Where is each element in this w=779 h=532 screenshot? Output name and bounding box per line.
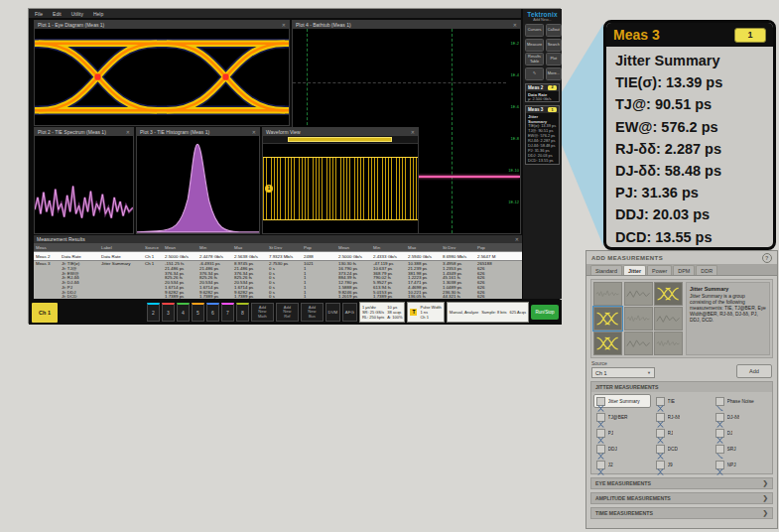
chip-tie[interactable]: TIE [653, 394, 711, 408]
close-icon[interactable]: ✕ [515, 237, 519, 242]
jitter-summary-icon [596, 397, 605, 406]
chip-npj[interactable]: NPJ [713, 458, 770, 471]
channel-8-button[interactable]: 8 [236, 303, 249, 322]
menu-edit[interactable]: Edit [53, 11, 62, 17]
table-row[interactable]: Jt: DCD1.7389 ps1.7389 ps1.7389 ps0 s11.… [34, 295, 522, 299]
channel-4-button[interactable]: 4 [177, 303, 190, 322]
help-icon[interactable]: ? [762, 253, 772, 263]
draw-button[interactable]: ✎ [525, 67, 544, 80]
spectrum-graphic [35, 136, 133, 233]
plot-title-bar[interactable]: Waveform View ✕ [263, 128, 418, 136]
add-new-ref-button[interactable]: Add New Ref [276, 303, 299, 322]
preview-tile-eye[interactable] [593, 307, 622, 331]
results-table: Measurement Results ✕ MeasLabelSourceMea… [34, 235, 522, 299]
close-icon[interactable]: ✕ [126, 130, 130, 135]
callout-line: DDJ: 20.03 ps [615, 203, 764, 225]
column-header: Meas [34, 245, 60, 250]
tab-jitter[interactable]: Jitter [623, 265, 646, 275]
acquisition-settings-box[interactable]: Manual, AnalyzeSample: 8 bits625 Acqs [447, 302, 529, 323]
cell-value: 0 s [267, 294, 302, 299]
add-new-math-button[interactable]: Add New Math [251, 303, 274, 322]
meas-2-badge[interactable]: Meas 22Data Rateμ: 2.500 Gb/s [525, 83, 560, 103]
section-time-measurements[interactable]: TIME MEASUREMENTS❯ [590, 507, 773, 519]
cursors-button[interactable]: Cursors [525, 24, 544, 37]
chip-label: TJ@BER [608, 415, 628, 420]
chip-pj[interactable]: PJ [593, 426, 651, 440]
chip-jitter-summary[interactable]: Jitter Summary [593, 394, 651, 408]
search-button[interactable]: Search [546, 39, 562, 52]
tie-icon [656, 397, 665, 406]
dvm-button[interactable]: DVM [325, 303, 340, 322]
tab-ddr[interactable]: DDR [696, 265, 717, 275]
add-new-bus-button[interactable]: Add New Bus [301, 303, 324, 322]
section-eye-measurements[interactable]: EYE MEASUREMENTS❯ [590, 477, 773, 489]
channel-5-button[interactable]: 5 [192, 303, 204, 322]
close-icon[interactable]: ✕ [411, 130, 415, 135]
callout-button[interactable]: Callout [546, 24, 562, 37]
preview-tile-eye[interactable] [654, 282, 683, 306]
plot-title-bar[interactable]: Plot 2 - TIE Spectrum (Meas 1) ✕ [35, 128, 133, 136]
add-new-label[interactable]: Add New... [525, 18, 560, 22]
chip-dj[interactable]: DJ-δδ [713, 410, 770, 424]
preview-tile-wave[interactable] [654, 307, 683, 331]
preview-tile-noise[interactable] [624, 307, 653, 331]
zoom-window-handle[interactable] [288, 137, 392, 142]
plot-title-bar[interactable]: Plot 3 - TIE Histogram (Meas 1) ✕ [137, 128, 259, 136]
chip-rj[interactable]: RJ [653, 426, 711, 440]
cell-value: 2.4478 Gb/s [197, 254, 232, 259]
results-table-title-bar[interactable]: Measurement Results ✕ [34, 235, 522, 243]
channel-1-badge[interactable]: Ch 1 [32, 303, 58, 323]
table-row[interactable]: Meas 2Data RateData RateCh 12.5000 Gb/s2… [34, 251, 522, 261]
chip-rj[interactable]: RJ-δδ [653, 410, 711, 424]
menu-utility[interactable]: Utility [71, 11, 83, 17]
section-amplitude-measurements[interactable]: AMPLITUDE MEASUREMENTS❯ [590, 492, 773, 504]
plot-title-bar[interactable]: Plot 1 - Eye Diagram (Meas 1) ✕ [35, 21, 289, 29]
section-header[interactable]: JITTER MEASUREMENTS [591, 382, 772, 392]
chip-j2[interactable]: J2 [593, 458, 651, 471]
chip-dcd[interactable]: DCD [653, 442, 711, 456]
menu-help[interactable]: Help [93, 11, 103, 17]
meas-3-badge[interactable]: Meas 31Jitter SummaryTIE(σ): 13.39 psTJ@… [525, 105, 560, 164]
channel-3-button[interactable]: 3 [162, 303, 175, 322]
close-icon[interactable]: ✕ [513, 23, 517, 28]
add-button[interactable]: Add [736, 364, 772, 378]
tab-standard[interactable]: Standard [590, 265, 622, 275]
results-table-button[interactable]: Results Table [525, 53, 544, 66]
preview-tile-noise[interactable] [654, 332, 683, 355]
close-icon[interactable]: ✕ [252, 130, 256, 135]
plot-button[interactable]: Plot [546, 53, 562, 66]
plot-title-bar[interactable]: Plot 4 - Bathtub (Meas 1) ✕ [293, 21, 520, 29]
close-icon[interactable]: ✕ [282, 23, 286, 28]
chip-ddj[interactable]: DDJ [593, 442, 651, 456]
chip-j9[interactable]: J9 [653, 458, 711, 471]
cell-value: 2.5647 M [475, 254, 510, 259]
preview-tile-noise[interactable] [593, 282, 622, 306]
more-button[interactable]: More... [546, 67, 562, 80]
channel-2-button[interactable]: 2 [147, 303, 160, 322]
measurement-tabs: StandardJitterPowerDPMDDR [586, 264, 777, 276]
preview-tile-wave[interactable] [624, 282, 653, 306]
chip-srj[interactable]: SRJ [713, 442, 770, 456]
run-stop-button[interactable]: Run/Stop [531, 305, 559, 320]
horizontal-settings-box[interactable]: 1 μs/divSR: 25 GS/sRL: 250 kpts10 μs38 a… [359, 302, 406, 323]
callout-line: DCD: 13.55 ps [615, 226, 764, 248]
waveform-overview-bar[interactable] [263, 136, 418, 144]
tektronix-logo: Tektronix [525, 11, 560, 18]
chip-label: PJ [608, 431, 614, 436]
cell-label: Jitter Summary [99, 261, 143, 266]
tab-power[interactable]: Power [647, 265, 672, 275]
tab-dpm[interactable]: DPM [673, 265, 695, 275]
channel-7-button[interactable]: 7 [221, 303, 234, 322]
source-select[interactable]: Ch 1 ▼ [591, 367, 655, 378]
section-label: TIME MEASUREMENTS [595, 510, 653, 516]
afg-button[interactable]: AFG [342, 303, 357, 322]
chip-dj[interactable]: DJ [713, 426, 770, 440]
chip-phase-noise[interactable]: Phase Noise [713, 394, 770, 408]
preview-tile-wave[interactable] [624, 332, 653, 355]
menu-file[interactable]: File [35, 11, 43, 17]
channel-6-button[interactable]: 6 [206, 303, 219, 322]
chip-tj-ber[interactable]: TJ@BER [593, 410, 651, 424]
measure-button[interactable]: Measure [525, 39, 544, 52]
trigger-settings-box[interactable]: T Pulse Width1 nsCh 1 [407, 302, 444, 323]
preview-tile-eye[interactable] [593, 332, 622, 355]
